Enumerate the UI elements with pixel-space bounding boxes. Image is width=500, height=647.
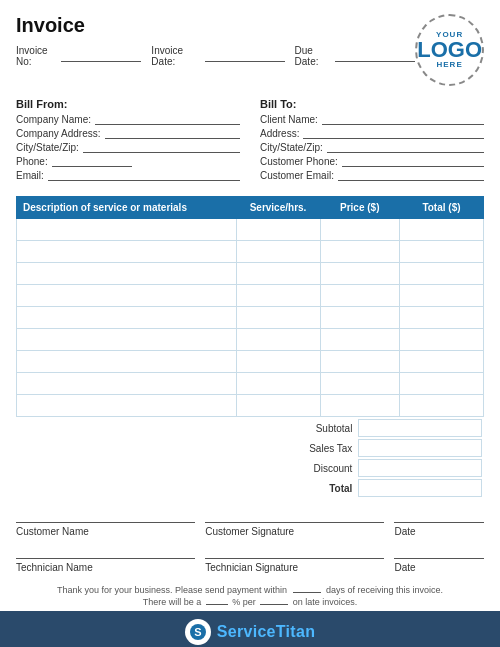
from-city-field: City/State/Zip: xyxy=(16,142,240,153)
hrs-cell[interactable] xyxy=(236,395,320,417)
total-cell[interactable] xyxy=(399,329,483,351)
customer-sig-label: Customer Signature xyxy=(205,526,384,537)
table-row[interactable] xyxy=(17,219,484,241)
hrs-cell[interactable] xyxy=(236,351,320,373)
company-name-field: Company Name: xyxy=(16,114,240,125)
total-cell[interactable] xyxy=(399,307,483,329)
table-row[interactable] xyxy=(17,285,484,307)
price-cell[interactable] xyxy=(320,263,399,285)
hrs-cell[interactable] xyxy=(236,373,320,395)
footer-note-line2: There will be a % per on late invoices. xyxy=(16,595,484,607)
to-phone-field: Customer Phone: xyxy=(260,156,484,167)
footer-note-line2-mid: % per xyxy=(232,597,256,607)
from-email-value[interactable] xyxy=(48,170,240,181)
footer-per-field[interactable] xyxy=(260,595,288,605)
logo-here-text: HERE xyxy=(436,61,462,69)
customer-name-line xyxy=(16,509,195,523)
discount-value[interactable] xyxy=(358,459,482,477)
desc-cell[interactable] xyxy=(17,307,237,329)
table-header: Description of service or materials Serv… xyxy=(17,197,484,219)
tech-name-col: Technician Name xyxy=(16,545,195,573)
price-cell[interactable] xyxy=(320,285,399,307)
table-row[interactable] xyxy=(17,307,484,329)
customer-name-label: Customer Name xyxy=(16,526,195,537)
total-cell[interactable] xyxy=(399,285,483,307)
tech-date-col: Date xyxy=(394,545,484,573)
invoice-header: Invoice Invoice No: Invoice Date: Due Da… xyxy=(0,0,500,92)
invoice-title: Invoice xyxy=(16,14,415,37)
footer-note-line1: Thank you for your business. Please send… xyxy=(16,583,484,595)
from-phone-label: Phone: xyxy=(16,156,48,167)
company-address-field: Company Address: xyxy=(16,128,240,139)
customer-sig-col: Customer Signature xyxy=(205,509,384,537)
tech-name-label: Technician Name xyxy=(16,562,195,573)
summary-table: Subtotal Sales Tax Discount Total xyxy=(264,417,484,499)
tech-date-label: Date xyxy=(394,562,484,573)
sales-tax-row: Sales Tax xyxy=(266,439,482,457)
to-address-value[interactable] xyxy=(303,128,484,139)
client-name-value[interactable] xyxy=(322,114,484,125)
footer-note-pre: Thank you for your business. Please send… xyxy=(57,585,287,595)
invoice-date-value[interactable] xyxy=(205,50,285,62)
invoice-no-value[interactable] xyxy=(61,50,141,62)
hrs-cell[interactable] xyxy=(236,307,320,329)
total-cell[interactable] xyxy=(399,219,483,241)
total-cell[interactable] xyxy=(399,395,483,417)
total-cell[interactable] xyxy=(399,241,483,263)
desc-cell[interactable] xyxy=(17,219,237,241)
company-address-value[interactable] xyxy=(105,128,241,139)
company-address-label: Company Address: xyxy=(16,128,101,139)
billing-section: Bill From: Company Name: Company Address… xyxy=(0,92,500,190)
desc-cell[interactable] xyxy=(17,351,237,373)
desc-cell[interactable] xyxy=(17,285,237,307)
desc-cell[interactable] xyxy=(17,329,237,351)
hrs-cell[interactable] xyxy=(236,219,320,241)
footer-pct-field[interactable] xyxy=(206,595,228,605)
hrs-cell[interactable] xyxy=(236,285,320,307)
from-city-value[interactable] xyxy=(83,142,240,153)
price-cell[interactable] xyxy=(320,219,399,241)
from-phone-value[interactable] xyxy=(52,156,132,167)
price-cell[interactable] xyxy=(320,329,399,351)
desc-cell[interactable] xyxy=(17,373,237,395)
svg-text:S: S xyxy=(194,626,201,638)
hrs-cell[interactable] xyxy=(236,263,320,285)
price-cell[interactable] xyxy=(320,395,399,417)
price-cell[interactable] xyxy=(320,351,399,373)
price-cell[interactable] xyxy=(320,373,399,395)
bill-from-label: Bill From: xyxy=(16,98,240,110)
technician-signatures-section: Technician Name Technician Signature Dat… xyxy=(0,541,500,577)
table-row[interactable] xyxy=(17,263,484,285)
invoice-no-label: Invoice No: xyxy=(16,45,58,67)
footer-days-field[interactable] xyxy=(293,583,321,593)
sales-tax-value[interactable] xyxy=(358,439,482,457)
due-date-label: Due Date: xyxy=(295,45,333,67)
hrs-cell[interactable] xyxy=(236,329,320,351)
hrs-cell[interactable] xyxy=(236,241,320,263)
bill-to-col: Bill To: Client Name: Address: City/Stat… xyxy=(260,98,484,184)
table-row[interactable] xyxy=(17,351,484,373)
to-phone-value[interactable] xyxy=(342,156,484,167)
subtotal-value[interactable] xyxy=(358,419,482,437)
table-row[interactable] xyxy=(17,373,484,395)
company-name-label: Company Name: xyxy=(16,114,91,125)
to-email-value[interactable] xyxy=(338,170,484,181)
table-row[interactable] xyxy=(17,329,484,351)
table-row[interactable] xyxy=(17,241,484,263)
desc-cell[interactable] xyxy=(17,263,237,285)
brand-name-part2: Titan xyxy=(276,623,315,640)
price-cell[interactable] xyxy=(320,241,399,263)
desc-cell[interactable] xyxy=(17,241,237,263)
total-value[interactable] xyxy=(358,479,482,497)
total-cell[interactable] xyxy=(399,263,483,285)
total-cell[interactable] xyxy=(399,351,483,373)
price-cell[interactable] xyxy=(320,307,399,329)
desc-cell[interactable] xyxy=(17,395,237,417)
company-name-value[interactable] xyxy=(95,114,240,125)
due-date-value[interactable] xyxy=(335,50,415,62)
to-address-label: Address: xyxy=(260,128,299,139)
total-cell[interactable] xyxy=(399,373,483,395)
client-name-field: Client Name: xyxy=(260,114,484,125)
table-row[interactable] xyxy=(17,395,484,417)
to-city-value[interactable] xyxy=(327,142,484,153)
